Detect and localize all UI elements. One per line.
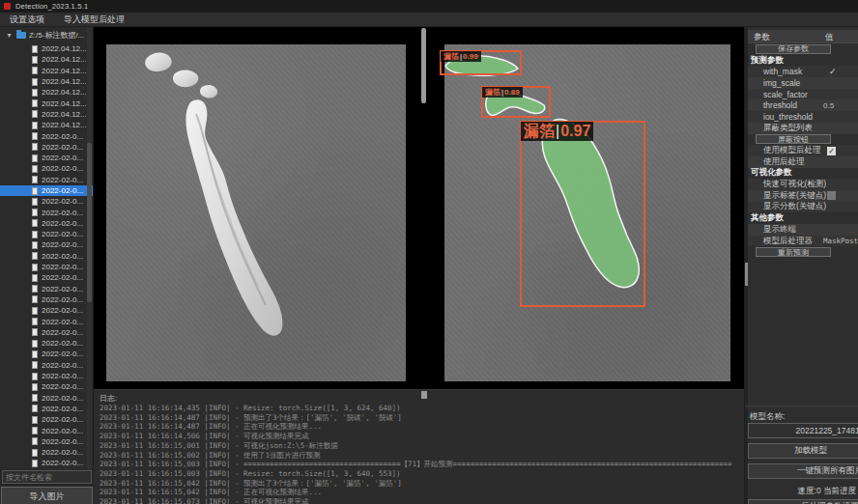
tree-item[interactable]: 2022-02-0...: [0, 371, 94, 381]
tree-item[interactable]: 2022-02-0...: [0, 229, 94, 239]
tree-item[interactable]: 2022.04.12...: [0, 66, 94, 76]
tree-item[interactable]: 2022.04.12...: [0, 43, 94, 54]
param-row[interactable]: 显示分数(关键点): [748, 202, 858, 213]
log-scrollbar-thumb[interactable]: [421, 391, 427, 399]
tree-item[interactable]: 2022-02-0...: [0, 284, 94, 294]
tree-item[interactable]: 2022-02-0...: [0, 393, 94, 404]
tree-item[interactable]: 2022-02-0...: [0, 175, 94, 185]
param-row[interactable]: 模型后处理器MaskPostPro: [748, 236, 858, 247]
tree-item[interactable]: 2022-02-0...: [0, 316, 94, 326]
tree-item-label: 2022-02-0...: [42, 459, 83, 467]
tree-item[interactable]: 2022-02-0...: [0, 381, 94, 392]
load-model-button[interactable]: 加载模型: [748, 443, 858, 459]
tree-item-label: 2022-02-0...: [42, 318, 83, 326]
tree-item[interactable]: 2022-02-0...: [0, 130, 94, 141]
tree-item-label: 2022-02-0...: [42, 219, 83, 228]
menu-item-settings[interactable]: 设置选项: [0, 14, 54, 26]
param-group-label: 可视化参数: [748, 167, 792, 179]
file-icon: [32, 165, 38, 173]
tree-item[interactable]: 2022-02-0...: [0, 294, 94, 305]
param-row[interactable]: threshold0.5: [748, 99, 858, 111]
tree-item[interactable]: 2022-02-0...: [0, 153, 94, 163]
tree-item[interactable]: 2022-02-0...: [0, 239, 94, 250]
tree-item[interactable]: 2022.04.12...: [0, 87, 94, 98]
tree-item[interactable]: 2022.04.12...: [0, 54, 94, 65]
tree-item[interactable]: 2022-02-0...: [0, 338, 94, 349]
param-row[interactable]: img_scale: [748, 77, 858, 89]
tree-item[interactable]: 2022-02-0...: [0, 436, 94, 447]
param-row[interactable]: 显示标签(关键点): [748, 190, 858, 202]
tree-item[interactable]: 2022-02-0...: [0, 251, 94, 262]
tree-item[interactable]: 2022-02-0...: [0, 404, 94, 414]
param-group-header[interactable]: 其他参数: [748, 212, 858, 224]
tree-item[interactable]: 2022.04.12...: [0, 76, 94, 87]
tree-item[interactable]: 2022-02-0...: [0, 305, 94, 316]
tree-scrollbar-thumb[interactable]: [87, 143, 92, 302]
postprocess-settings-button[interactable]: 后处理参数设置: [748, 499, 858, 504]
detection-label: 漏箔|0.89: [482, 87, 523, 98]
tree-root-folder[interactable]: ▼ Z:/5-标注数据/...: [0, 30, 93, 41]
menu-bar: 设置选项 导入模型后处理: [0, 13, 858, 27]
log-line: 2023-01-11 16:16:15,001 |INFO| - 可视化json…: [100, 441, 742, 451]
tree-item[interactable]: 2022.04.12...: [0, 109, 94, 120]
tree-item[interactable]: 2022-02-0...: [0, 458, 94, 468]
tree-scrollbar[interactable]: [87, 27, 92, 470]
param-action-button[interactable]: 重新预测: [756, 247, 831, 257]
chevron-down-icon[interactable]: ▼: [6, 32, 13, 39]
tree-item-label: 2022-02-0...: [42, 415, 83, 424]
param-row[interactable]: 快速可视化(检测): [748, 179, 858, 190]
params-header-param: 参数: [754, 32, 770, 43]
tree-item[interactable]: 2022-02-0...: [0, 447, 94, 458]
tree-item-label: 2022.04.12...: [42, 67, 87, 75]
tree-item[interactable]: 2022-02-0...: [0, 327, 94, 338]
log-line: 2023-01-11 16:16:14,506 |INFO| - 可视化预测结果…: [100, 432, 742, 441]
log-lines[interactable]: 2023-01-11 16:16:14,435 |INFO| - Resize:…: [100, 404, 742, 504]
param-group-header[interactable]: 可视化参数: [748, 168, 858, 180]
model-name-field[interactable]: 20221225_174813: [748, 423, 858, 438]
param-row[interactable]: 屏蔽类型列表: [748, 123, 858, 134]
tree-item[interactable]: 2022-02-0...: [0, 163, 94, 174]
file-icon: [32, 78, 38, 86]
tree-item[interactable]: 2022-02-0...: [0, 349, 94, 359]
tree-item[interactable]: 2022-02-0...: [0, 196, 94, 207]
search-input[interactable]: [2, 470, 92, 484]
param-group-label: 其他参数: [748, 212, 784, 224]
tree-item[interactable]: 2022-02-0...: [0, 185, 94, 196]
param-label: 显示终端: [748, 224, 796, 236]
param-row[interactable]: iou_threshold: [748, 111, 858, 123]
tree-item[interactable]: 2022-02-0...: [0, 414, 94, 425]
log-panel: 日志: 2023-01-11 16:16:14,435 |INFO| - Res…: [94, 389, 744, 504]
param-row[interactable]: with_mask✓: [748, 66, 858, 77]
param-group-header[interactable]: 预测参数: [748, 55, 858, 67]
tree-item[interactable]: 2022-02-0...: [0, 360, 94, 371]
import-images-button[interactable]: 导入图片: [1, 487, 93, 504]
tree-item[interactable]: 2022.04.12...: [0, 120, 94, 130]
params-scrollbar-thumb[interactable]: [745, 263, 748, 286]
tree-item[interactable]: 2022-02-0...: [0, 207, 94, 217]
param-row[interactable]: scale_factor: [748, 89, 858, 100]
param-action-button[interactable]: 屏蔽按钮: [756, 134, 831, 144]
detection-label: 漏箔|0.97: [521, 122, 593, 141]
file-icon: [32, 154, 38, 162]
file-icon: [32, 67, 38, 74]
tree-item[interactable]: 2022-02-0...: [0, 272, 94, 283]
param-action-button[interactable]: 保存参数: [756, 44, 831, 54]
canvas-splitter-thumb[interactable]: [421, 28, 426, 103]
file-icon: [32, 122, 38, 129]
checkbox-unchecked[interactable]: [827, 191, 836, 200]
param-row[interactable]: 显示终端: [748, 224, 858, 236]
tree-item[interactable]: 2022-02-0...: [0, 142, 94, 153]
param-row[interactable]: 使用模型后处理✓: [748, 145, 858, 156]
file-icon: [32, 274, 38, 282]
tree-item[interactable]: 2022-02-0...: [0, 425, 94, 435]
param-label: with_mask: [748, 67, 802, 76]
param-row[interactable]: 使用后处理: [748, 156, 858, 168]
tree-item[interactable]: 2022-02-0...: [0, 218, 94, 229]
predict-all-button[interactable]: 一键预测所有图片: [748, 463, 858, 479]
file-icon: [32, 45, 38, 53]
checkbox-checked[interactable]: ✓: [827, 147, 836, 155]
tree-item[interactable]: 2022.04.12...: [0, 98, 94, 108]
menu-item-import-postprocess[interactable]: 导入模型后处理: [54, 14, 134, 26]
model-name-label: 模型名称:: [750, 411, 785, 423]
tree-item[interactable]: 2022-02-0...: [0, 262, 94, 272]
